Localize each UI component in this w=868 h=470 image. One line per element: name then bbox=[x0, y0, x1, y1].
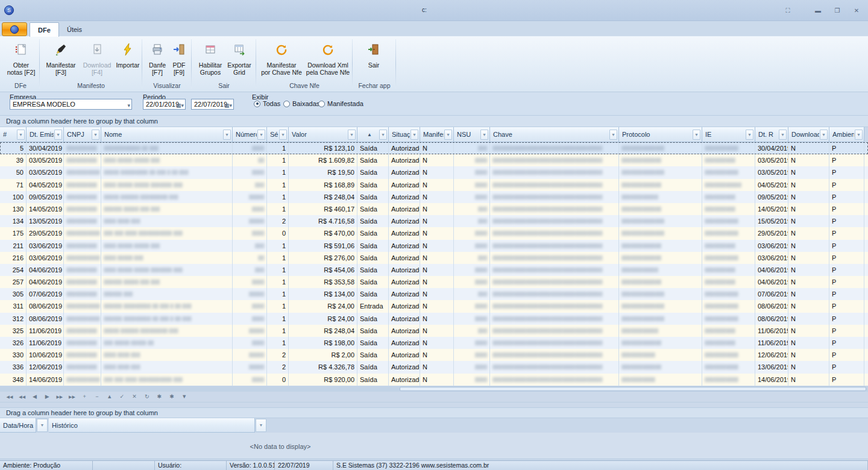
column-header-data-hora[interactable]: Data/Hora bbox=[0, 418, 36, 433]
filter-dropdown-button[interactable]: ▼ bbox=[223, 130, 231, 140]
column-header-nome[interactable]: Nome▼ bbox=[101, 127, 233, 142]
nav-prior[interactable]: ◀ bbox=[29, 392, 40, 401]
radio-icon[interactable] bbox=[318, 101, 325, 107]
radio-manifestada[interactable]: Manifestada bbox=[318, 100, 363, 107]
ribbon-button-pdf[interactable]: PDF [F9] bbox=[169, 43, 189, 76]
ribbon-button-sair[interactable]: Sair bbox=[360, 43, 388, 69]
nav-cancel[interactable]: ✕ bbox=[129, 392, 140, 401]
column-header-prot[interactable]: Protocolo▼ bbox=[619, 127, 702, 142]
periodo-from-input[interactable]: 22/01/2019 ▦▾ bbox=[143, 99, 186, 110]
nav-goto-bookmark[interactable]: ✱ bbox=[166, 392, 177, 401]
column-header-tipo[interactable]: ▲▼ bbox=[357, 127, 389, 142]
filter-dropdown-button[interactable]: ▼ bbox=[693, 130, 700, 140]
empresa-combo[interactable]: EMPRESA MODELO ▾ bbox=[10, 99, 132, 110]
radio-baixadas[interactable]: Baixadas bbox=[283, 100, 319, 107]
ribbon-button-habilitar[interactable]: Habilitar Grupos bbox=[195, 43, 225, 76]
column-header-dl[interactable]: Download▼ bbox=[788, 127, 829, 142]
column-header-historico[interactable]: Histórico bbox=[49, 418, 255, 433]
filter-dropdown-button[interactable]: ▼ bbox=[444, 130, 452, 140]
nav-delete[interactable]: − bbox=[92, 392, 102, 401]
nav-insert[interactable]: + bbox=[79, 392, 90, 401]
column-header-cnpj[interactable]: CNPJ▼ bbox=[64, 127, 101, 142]
ribbon-button-manifestar[interactable]: Manifestar [F3] bbox=[42, 43, 80, 76]
nav-refresh[interactable]: ↻ bbox=[142, 392, 153, 401]
grid-row[interactable]: 32611/06/20198888888888888 88888 88888 8… bbox=[0, 337, 868, 349]
filter-dropdown-button[interactable]: ▼ bbox=[92, 130, 99, 140]
scrollbar-thumb[interactable] bbox=[400, 387, 866, 391]
grid-row[interactable]: 10009/05/2019888888888888888 888888 8888… bbox=[0, 191, 868, 203]
grid-row[interactable]: 34814/06/201988888888888888 888 8888 888… bbox=[0, 374, 868, 386]
filter-dropdown-button[interactable]: ▼ bbox=[256, 419, 266, 432]
ribbon-button-manifestar[interactable]: Manifestar por Chave Nfe bbox=[259, 43, 304, 76]
filter-dropdown-button[interactable]: ▼ bbox=[37, 419, 48, 432]
filter-dropdown-button[interactable]: ▼ bbox=[17, 130, 25, 140]
minimize-button[interactable]: ▬ bbox=[811, 6, 825, 15]
column-header-valor[interactable]: Valor▼ bbox=[289, 127, 357, 142]
tab-úteis[interactable]: Úteis bbox=[59, 22, 90, 37]
column-header-serie[interactable]: Sé▼ bbox=[267, 127, 289, 142]
filter-dropdown-button[interactable]: ▼ bbox=[779, 130, 787, 140]
nav-prior-page[interactable]: ◀◀ bbox=[17, 392, 28, 401]
grid-row[interactable]: 17529/05/201988888888888888 888 8888 888… bbox=[0, 227, 868, 239]
nav-last[interactable]: ▶▶ bbox=[67, 392, 78, 401]
filter-dropdown-button[interactable]: ▼ bbox=[379, 130, 387, 140]
application-button[interactable] bbox=[2, 22, 27, 36]
radio-icon[interactable] bbox=[254, 101, 260, 107]
column-header-numero[interactable]: Número▼ bbox=[233, 127, 267, 142]
column-header-dt[interactable]: Dt. Emissã▼ bbox=[27, 127, 64, 142]
nav-next-page[interactable]: ▶▶ bbox=[54, 392, 65, 401]
filter-dropdown-button[interactable]: ▼ bbox=[820, 130, 828, 140]
filter-dropdown-button[interactable]: ▼ bbox=[257, 130, 265, 140]
grid-row[interactable]: 7104/05/201988888888888888 88888 88888 8… bbox=[0, 179, 868, 191]
grid-row[interactable]: 25404/06/201988888888888888 88888 88888 … bbox=[0, 264, 868, 276]
filter-dropdown-button[interactable]: ▼ bbox=[348, 130, 356, 140]
grid-row[interactable]: 530/04/20198888888888888888888888 88 888… bbox=[0, 142, 868, 154]
periodo-to-input[interactable]: 22/07/2019 ▦▾ bbox=[191, 99, 234, 110]
grid-row[interactable]: 3903/05/201988888888888888 88888 88888 8… bbox=[0, 154, 868, 166]
grid-row[interactable]: 32511/06/2019888888888888888 888888 8888… bbox=[0, 325, 868, 337]
grid-row[interactable]: 30507/06/20198888888888888888 888888881R… bbox=[0, 288, 868, 300]
filter-dropdown-button[interactable]: ▼ bbox=[855, 130, 863, 140]
history-group-by-bar[interactable]: Drag a column header here to group by th… bbox=[0, 407, 868, 418]
grid-row[interactable]: 13413/05/201988888888888888 8888 8888888… bbox=[0, 215, 868, 227]
radio-icon[interactable] bbox=[283, 101, 290, 107]
column-header-num[interactable]: #▼ bbox=[0, 127, 27, 142]
filter-dropdown-button[interactable]: ▼ bbox=[279, 130, 287, 140]
nav-edit[interactable]: ▲ bbox=[104, 392, 115, 401]
tab-dfe[interactable]: DFe bbox=[30, 22, 59, 37]
filter-dropdown-button[interactable]: ▼ bbox=[746, 130, 753, 140]
column-header-sit[interactable]: Situaçã▼ bbox=[389, 127, 420, 142]
grid-row[interactable]: 33010/06/201988888888888888 8888 8888888… bbox=[0, 349, 868, 361]
column-header-man[interactable]: Manifes▼ bbox=[420, 127, 454, 142]
column-header-dtr[interactable]: Dt. R▼ bbox=[755, 127, 788, 142]
filter-dropdown-button[interactable]: ▼ bbox=[609, 130, 617, 140]
grid-row[interactable]: 25704/06/20198888888888888888 88888 888 … bbox=[0, 276, 868, 288]
nav-filter[interactable]: ▼ bbox=[179, 392, 190, 401]
column-header-ie[interactable]: IE▼ bbox=[702, 127, 755, 142]
calendar-dropdown-icon[interactable]: ▦▾ bbox=[224, 101, 232, 110]
ribbon-button-exportar[interactable]: Exportar Grid bbox=[225, 43, 253, 76]
column-header-chave[interactable]: Chave▼ bbox=[490, 127, 619, 142]
ribbon-button-download-xml[interactable]: Download Xml pela Chave Nfe bbox=[304, 43, 351, 76]
ribbon-button-obter[interactable]: Obter notas [F2] bbox=[5, 43, 37, 76]
restore-button[interactable]: ❐ bbox=[831, 6, 844, 15]
grid-row[interactable]: 31108/06/201988888888888888888 888888888… bbox=[0, 300, 868, 312]
radio-todas[interactable]: Todas bbox=[254, 100, 280, 107]
nav-post[interactable]: ✓ bbox=[116, 392, 127, 401]
span-button[interactable]: ⛶ bbox=[781, 6, 794, 15]
ribbon-button-importar[interactable]: Importar bbox=[115, 43, 141, 69]
grid-row[interactable]: 21103/06/201988888888888888 88888 88888 … bbox=[0, 240, 868, 252]
close-button[interactable]: ✕ bbox=[850, 6, 863, 15]
grid-row[interactable]: 13014/05/20198888888888888888 88888 888 … bbox=[0, 203, 868, 215]
chevron-down-icon[interactable]: ▾ bbox=[127, 101, 130, 110]
calendar-dropdown-icon[interactable]: ▦▾ bbox=[176, 101, 184, 110]
grid-row[interactable]: 21603/06/2019888888888888888 88888 88888… bbox=[0, 252, 868, 264]
nav-save-bookmark[interactable]: ✱ bbox=[154, 392, 165, 401]
column-header-amb[interactable]: Ambient▼ bbox=[829, 127, 864, 142]
filter-dropdown-button[interactable]: ▼ bbox=[410, 130, 418, 140]
grid-row[interactable]: 33612/06/201988888888888888 8888 8888888… bbox=[0, 361, 868, 373]
grid-row[interactable]: 31208/06/201988888888888888888 888888888… bbox=[0, 313, 868, 325]
column-header-nsu[interactable]: NSU▼ bbox=[454, 127, 490, 142]
filter-dropdown-button[interactable]: ▼ bbox=[54, 130, 62, 140]
nav-next[interactable]: ▶ bbox=[42, 392, 52, 401]
